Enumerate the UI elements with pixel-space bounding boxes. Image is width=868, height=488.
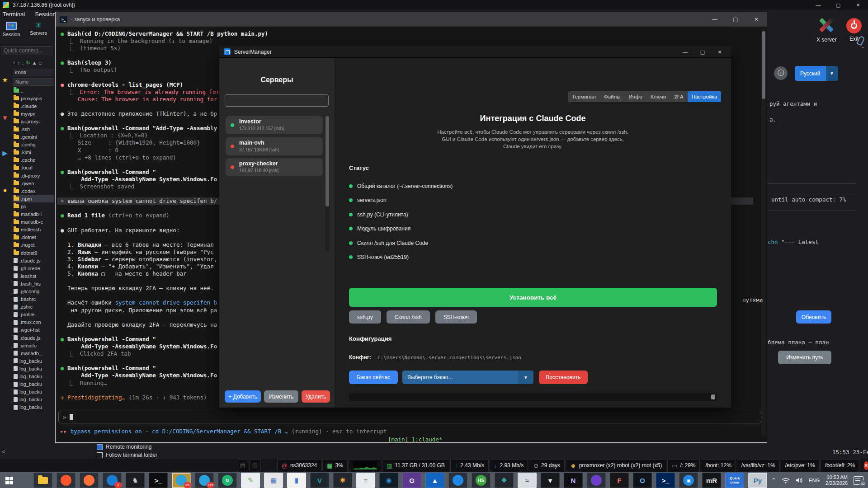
minimize-icon[interactable]: — [704,12,725,27]
file-list-item[interactable]: .git-crede [13,264,54,272]
scrollbar-thumb[interactable] [326,116,329,206]
tray-expand-icon[interactable]: ⌃ [771,477,776,483]
file-list-item[interactable]: .lesshst [13,272,54,280]
volume-icon[interactable] [796,477,803,483]
taskbar-icon-notion[interactable]: N [564,473,583,488]
scrollbar-thumb[interactable] [762,31,765,99]
path-box[interactable]: /root/ [13,69,53,76]
file-list-item[interactable]: myvpn [13,110,54,117]
taskbar-icon-gimp[interactable]: G [402,473,421,488]
file-list-item[interactable]: log_backu [13,396,54,404]
taskbar-icon-mremoteng[interactable]: mR [702,473,721,488]
file-list-item[interactable]: log_backu [13,388,54,396]
file-list-item[interactable]: log_backu [13,372,54,380]
component-button[interactable]: SSH-ключ [435,310,477,324]
taskbar-icon-teal-app[interactable]: V [310,473,329,488]
taskbar-icon-blue-orb[interactable] [448,473,467,488]
favorites-star-icon[interactable]: ★ [1,76,9,84]
taskbar-icon-quick-utmo[interactable]: Quick utmo [725,473,744,488]
maximize-icon[interactable]: ▢ [725,12,746,27]
taskbar-icon-opera[interactable]: O [633,473,652,488]
refresh-icon[interactable]: ↻ [26,60,30,66]
taskbar-icon-game[interactable]: ♞ [126,473,145,488]
taskbar-icon-photos[interactable]: ▲ [425,473,444,488]
tab-настройка[interactable]: Настройка [688,91,722,102]
file-column-header[interactable]: Name [13,78,53,86]
file-list-item[interactable]: .mariadb_ [13,349,54,357]
status-tile-icon[interactable]: ▤ [237,460,248,471]
minimize-icon[interactable]: — [677,46,694,58]
status-segment[interactable]: ⊙29 days [529,460,565,471]
file-list-item[interactable]: go [13,202,54,210]
close-icon[interactable]: ✕ [746,12,767,27]
scrollbar-thumb[interactable] [711,394,715,399]
download-icon[interactable]: ↓ [22,60,24,66]
file-list-item[interactable]: .npm [13,195,54,202]
file-list-item[interactable]: .codex [13,187,54,195]
terminal-scrollbar[interactable] [761,28,766,435]
delete-server-button[interactable]: Удалить [302,390,330,403]
file-list-item[interactable]: log_backu [13,357,54,365]
quick-connect-input[interactable] [1,46,52,55]
wifi-icon[interactable] [782,478,790,483]
up-icon[interactable]: ↑ [17,60,20,66]
add-server-button[interactable]: + Добавить [225,390,261,403]
taskbar-icon-calculator[interactable]: ▦ [264,473,283,488]
taskbar-icon-telegram-2[interactable]: 715 [195,473,214,488]
maximize-icon[interactable]: ▢ [828,0,848,10]
file-list-item[interactable]: .dotnet [13,234,54,241]
file-list-item[interactable]: .gitconfig [13,287,54,295]
close-icon[interactable]: ✕ [711,46,728,58]
taskbar-icon-figma[interactable]: F [610,473,629,488]
taskbar-icon-github[interactable] [587,473,606,488]
taskbar-icon-funnel[interactable]: ▼ [541,473,560,488]
taskbar-icon-python[interactable]: Py [748,473,767,488]
tab-ключи[interactable]: Ключи [646,91,670,102]
file-list-item[interactable]: .profile [13,311,54,319]
new-folder-icon[interactable]: + [13,60,15,66]
file-list-item[interactable]: .config [13,141,54,149]
file-list-item[interactable]: dotnet9 [13,249,54,257]
component-button[interactable]: Скилл /ssh [387,310,430,324]
server-list-item[interactable]: investor173.212.212.157 [ssh] [226,116,323,134]
taskbar-icon-swirl[interactable]: ◉ [379,473,398,488]
backup-select[interactable]: Выберите бэкап... ▼ [402,371,533,384]
taskbar-icon-audio-app[interactable]: ≈ [518,473,537,488]
status-segment[interactable]: ↓2.93 Mb/s [490,460,528,471]
taskbar-icon-file-explorer[interactable] [33,473,52,488]
taskbar-icon-messenger[interactable]: 2 [103,473,122,488]
status-segment[interactable]: ▭/: 29% [667,460,700,471]
file-list-item[interactable]: log_backu [13,404,54,411]
edit-server-button[interactable]: Изменить [264,390,298,403]
component-button[interactable]: ssh.py [349,310,381,324]
maximize-icon[interactable]: ▢ [694,46,711,58]
desktop-icon-xserver[interactable]: X server [816,16,837,43]
file-list-item[interactable]: .kimi [13,149,54,156]
notification-center-icon[interactable]: 32 [854,476,863,485]
file-list-item[interactable]: .claude.js [13,257,54,264]
status-segment[interactable]: /boot: 12% [701,460,736,471]
tab-инфо[interactable]: Инфо [625,91,646,102]
file-list-item[interactable]: .viminfo [13,342,54,349]
status-segment[interactable]: /etc/pve: 1% [781,460,820,471]
refresh-button[interactable]: Обновить [796,310,831,324]
file-list-item[interactable]: .gemini [13,133,54,141]
follow-terminal-folder-checkbox[interactable]: Follow terminal folder [97,452,157,458]
file-list-item[interactable]: .di-proxy [13,172,54,179]
file-list-item[interactable]: .wget-hst [13,326,54,334]
taskbar-icon-monitor-app[interactable]: ▣ [679,473,698,488]
taskbar-icon-brave[interactable] [57,473,75,488]
file-list-item[interactable]: .claude.js [13,334,54,342]
servermanager-titlebar[interactable]: ServerManager [219,46,731,58]
file-list-item[interactable]: mariadb-c [13,218,54,226]
status-segment[interactable]: ↑2.43 Mb/s [450,460,489,471]
file-list-item[interactable]: endlessh [13,226,54,234]
terminal-titlebar[interactable]: >_ · запуск и проверка [56,12,767,27]
scroll-up-icon[interactable]: ⌃ [861,46,865,52]
taskbar-icon-heidisql[interactable]: HS [472,473,491,488]
status-close-icon[interactable]: ✕ [864,461,868,470]
change-path-button[interactable]: Изменить путь [778,351,831,364]
status-segment[interactable] [349,460,381,471]
tab-2fa[interactable]: 2FA [670,91,687,102]
taskbar-icon-tools[interactable]: ✱ [333,473,352,488]
